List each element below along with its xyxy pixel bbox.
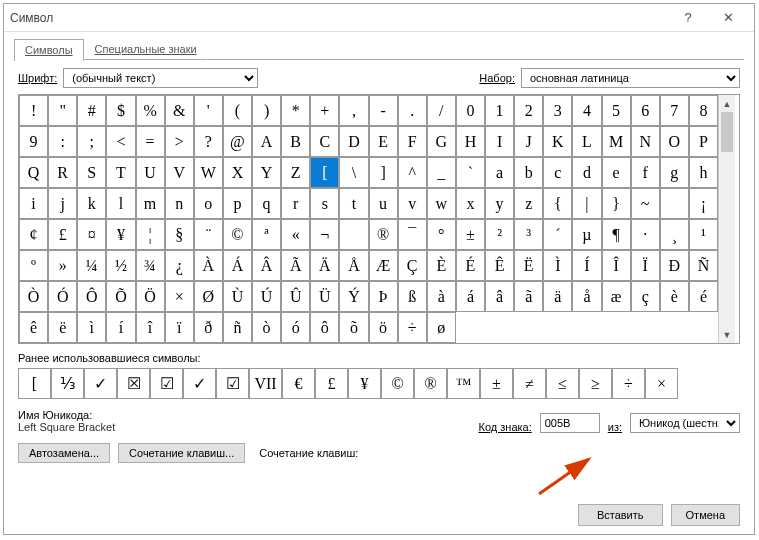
- char-cell[interactable]: ¿: [165, 250, 194, 281]
- char-cell[interactable]: Ç: [398, 250, 427, 281]
- char-cell[interactable]: ×: [165, 281, 194, 312]
- char-cell[interactable]: 2: [514, 95, 543, 126]
- char-cell[interactable]: ¾: [136, 250, 165, 281]
- char-cell[interactable]: U: [136, 157, 165, 188]
- char-cell[interactable]: ð: [194, 312, 223, 343]
- char-cell[interactable]: è: [660, 281, 689, 312]
- char-cell[interactable]: Ö: [136, 281, 165, 312]
- recent-cell[interactable]: ™: [447, 368, 480, 399]
- char-cell[interactable]: x: [456, 188, 485, 219]
- char-cell[interactable]: ê: [19, 312, 48, 343]
- char-cell[interactable]: V: [165, 157, 194, 188]
- char-cell[interactable]: ÷: [398, 312, 427, 343]
- char-cell[interactable]: Ý: [339, 281, 368, 312]
- char-cell[interactable]: Y: [252, 157, 281, 188]
- char-cell[interactable]: P: [689, 126, 718, 157]
- cancel-button[interactable]: Отмена: [671, 504, 740, 526]
- char-cell[interactable]: y: [485, 188, 514, 219]
- char-cell[interactable]: ¥: [106, 219, 135, 250]
- char-cell[interactable]: É: [456, 250, 485, 281]
- recent-cell[interactable]: ®: [414, 368, 447, 399]
- char-cell[interactable]: ´: [543, 219, 572, 250]
- autocorrect-button[interactable]: Автозамена...: [18, 443, 110, 463]
- char-cell[interactable]: ¸: [660, 219, 689, 250]
- char-cell[interactable]: 9: [19, 126, 48, 157]
- recent-cell[interactable]: ≥: [579, 368, 612, 399]
- char-cell[interactable]: #: [77, 95, 106, 126]
- char-cell[interactable]: ³: [514, 219, 543, 250]
- char-cell[interactable]: Ò: [19, 281, 48, 312]
- char-cell[interactable]: u: [369, 188, 398, 219]
- char-cell[interactable]: *: [281, 95, 310, 126]
- char-cell[interactable]: j: [48, 188, 77, 219]
- char-cell[interactable]: w: [427, 188, 456, 219]
- recent-cell[interactable]: ✓: [183, 368, 216, 399]
- char-cell[interactable]: ¬: [310, 219, 339, 250]
- char-cell[interactable]: {: [543, 188, 572, 219]
- char-cell[interactable]: r: [281, 188, 310, 219]
- tab-special[interactable]: Специальные знаки: [84, 38, 208, 60]
- char-cell[interactable]: N: [631, 126, 660, 157]
- char-cell[interactable]: ¦: [136, 219, 165, 250]
- char-cell[interactable]: Q: [19, 157, 48, 188]
- recent-cell[interactable]: €: [282, 368, 315, 399]
- char-cell[interactable]: â: [485, 281, 514, 312]
- char-cell[interactable]: L: [572, 126, 601, 157]
- code-input[interactable]: [540, 413, 600, 433]
- char-cell[interactable]: £: [48, 219, 77, 250]
- recent-cell[interactable]: ×: [645, 368, 678, 399]
- char-cell[interactable]: Û: [281, 281, 310, 312]
- char-cell[interactable]: î: [136, 312, 165, 343]
- char-cell[interactable]: =: [136, 126, 165, 157]
- char-cell[interactable]: W: [194, 157, 223, 188]
- char-cell[interactable]: p: [223, 188, 252, 219]
- char-cell[interactable]: ¹: [689, 219, 718, 250]
- recent-grid[interactable]: [⅓✓☒☑✓☑VII€£¥©®™±≠≤≥÷×: [18, 368, 740, 399]
- char-cell[interactable]: ç: [631, 281, 660, 312]
- char-cell[interactable]: i: [19, 188, 48, 219]
- char-cell[interactable]: ¯: [398, 219, 427, 250]
- char-grid[interactable]: !"#$%&'()*+,-./0123456789:;<=>?@ABCDEFGH…: [19, 95, 718, 343]
- char-cell[interactable]: s: [310, 188, 339, 219]
- char-cell[interactable]: S: [77, 157, 106, 188]
- char-cell[interactable]: _: [427, 157, 456, 188]
- help-button[interactable]: ?: [668, 6, 708, 30]
- char-cell[interactable]: Â: [252, 250, 281, 281]
- recent-cell[interactable]: VII: [249, 368, 282, 399]
- char-cell[interactable]: ô: [310, 312, 339, 343]
- char-cell[interactable]: Ô: [77, 281, 106, 312]
- char-cell[interactable]: Ï: [631, 250, 660, 281]
- char-cell[interactable]: ©: [223, 219, 252, 250]
- char-cell[interactable]: D: [339, 126, 368, 157]
- char-cell[interactable]: O: [660, 126, 689, 157]
- char-cell[interactable]: ¨: [194, 219, 223, 250]
- char-cell[interactable]: ½: [106, 250, 135, 281]
- char-cell[interactable]: ^: [398, 157, 427, 188]
- char-cell[interactable]: 0: [456, 95, 485, 126]
- tab-symbols[interactable]: Символы: [14, 39, 84, 61]
- recent-cell[interactable]: ☑: [150, 368, 183, 399]
- char-cell[interactable]: f: [631, 157, 660, 188]
- char-cell[interactable]: >: [165, 126, 194, 157]
- char-cell[interactable]: ®: [369, 219, 398, 250]
- char-cell[interactable]: A: [252, 126, 281, 157]
- char-cell[interactable]: @: [223, 126, 252, 157]
- char-cell[interactable]: [660, 188, 689, 219]
- char-cell[interactable]: !: [19, 95, 48, 126]
- recent-cell[interactable]: ¥: [348, 368, 381, 399]
- char-cell[interactable]: ?: [194, 126, 223, 157]
- char-cell[interactable]: /: [427, 95, 456, 126]
- char-cell[interactable]: ä: [543, 281, 572, 312]
- char-cell[interactable]: 1: [485, 95, 514, 126]
- char-cell[interactable]: o: [194, 188, 223, 219]
- char-cell[interactable]: °: [427, 219, 456, 250]
- char-cell[interactable]: À: [194, 250, 223, 281]
- subset-select[interactable]: основная латиница: [521, 68, 740, 88]
- char-cell[interactable]: ¢: [19, 219, 48, 250]
- char-cell[interactable]: J: [514, 126, 543, 157]
- char-cell[interactable]: Ê: [485, 250, 514, 281]
- char-cell[interactable]: È: [427, 250, 456, 281]
- char-cell[interactable]: ¤: [77, 219, 106, 250]
- recent-cell[interactable]: ©: [381, 368, 414, 399]
- char-cell[interactable]: &: [165, 95, 194, 126]
